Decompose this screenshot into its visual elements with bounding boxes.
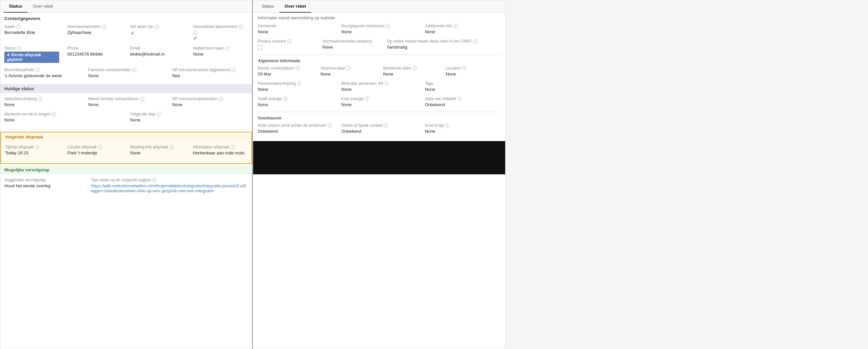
naam-field: Naam i Bernadette Blok (4, 24, 59, 41)
beschikbaarheid-field: Beschikbaarheid i 's Avonds gedurende de… (4, 67, 80, 78)
meeting-link-info-icon[interactable]: i (169, 145, 174, 149)
beschikbaarheid-info-icon[interactable]: i (35, 68, 39, 72)
xr-communicatie-field: XR communicatiekanalen i None (172, 96, 248, 107)
information-value: Herkenbaar aan rode muts. (193, 150, 247, 155)
xr-communicatie-value: None (172, 102, 248, 107)
mate-van-label: Mate van initiatief i (425, 96, 500, 101)
tips-value[interactable]: https://wiki.extinctionrebellion.nl/nl/h… (91, 183, 248, 193)
inzet-in-info-icon[interactable]: i (445, 123, 450, 127)
eerste-contactdatum-info-icon[interactable]: i (296, 66, 300, 70)
location-value: None (446, 71, 501, 77)
mogelijke-row-1: Suggesties vervolgstap Houd het eerste o… (4, 178, 248, 193)
tab-status-left[interactable]: Status (4, 0, 28, 12)
doorgegeven-info-icon[interactable]: i (386, 24, 390, 28)
tijdstip-label: Tijdstip afspraak i (5, 145, 60, 149)
contactgegevens-section: Contactgegevens Naam i Bernadette Blok V… (0, 12, 252, 84)
tijdstip-info-icon[interactable]: i (35, 145, 39, 149)
online-fysiek-info-icon[interactable]: i (384, 123, 388, 127)
statusbeschrijving-label: Statusbeschrijving i (4, 96, 80, 101)
privacy-value (258, 45, 315, 50)
actie-voeren-value: Onbekend (258, 129, 333, 134)
manieren-label: Manieren om bij te dragen i (4, 112, 122, 116)
kost-energie-info-icon[interactable]: i (365, 96, 370, 101)
op-welke-info-icon[interactable]: i (473, 39, 477, 43)
contact-row-1: Naam i Bernadette Blok Voornaamwoorden i… (4, 24, 248, 41)
nieuwsbrief-field: Nieuwsbrief abonnement i i ✓ (193, 24, 248, 41)
voornaamwoorden-info-icon[interactable]: i (102, 25, 106, 29)
geeft-energie-info-icon[interactable]: i (283, 96, 288, 101)
tab-status-right[interactable]: Status (256, 0, 279, 12)
eerste-contactdatum-field: Eerste contactdatum i 03 Mar (258, 66, 313, 77)
right-tabs: Status Over rebel (253, 0, 505, 12)
additionele-value: None (425, 29, 500, 34)
volgende-stap-info-icon[interactable]: i (157, 112, 161, 116)
online-fysiek-label: Online of fysiek contact i (341, 123, 417, 128)
privacy-label: Privacy consent i (258, 39, 315, 43)
right-panel: Status Over rebel Informatie vanuit aanm… (253, 0, 505, 349)
manieren-info-icon[interactable]: i (52, 112, 56, 116)
right-row-4: Persoonsbeschrijving i None Motivatie aa… (258, 81, 500, 92)
status-label: Status i (4, 46, 59, 51)
gemeente-label: Gemeente (258, 24, 333, 28)
wil-aktief-info-icon[interactable]: i (155, 25, 159, 29)
tab-over-rebel-left[interactable]: Over rebel (28, 0, 59, 12)
right-row-3: Eerste contactdatum i 03 Mar Voorkeursta… (258, 66, 500, 77)
voornaamwoorden-anders-label: Voornaamwoorden (anders) (322, 39, 379, 43)
motivatie-field: Motivatie aansluiten XR i None (341, 81, 417, 92)
left-tabs: Status Over rebel (0, 0, 252, 12)
mattermost-info-icon[interactable]: i (226, 46, 230, 51)
huidige-status-section: Huidige status Statusbeschrijving i None… (0, 84, 252, 130)
actie-voeren-info-icon[interactable]: i (328, 123, 332, 127)
additionele-field: Additionele info i None (425, 24, 500, 34)
beheerste-talen-label: Beheerste talen i (383, 66, 438, 70)
volgende-afspraak-header: Volgende afspraak (1, 133, 251, 141)
status-info-icon[interactable]: i (17, 46, 21, 51)
statusbeschrijving-info-icon[interactable]: i (38, 97, 42, 101)
mogelijke-section: Mogelijke vervolgstap Suggesties vervolg… (0, 165, 252, 201)
information-info-icon[interactable]: i (230, 145, 235, 149)
tab-over-rebel-right[interactable]: Over rebel (279, 0, 311, 12)
nieuwsbrief-info-icon[interactable]: i (239, 25, 243, 29)
voorkeurstaal-info-icon[interactable]: i (346, 66, 350, 70)
mate-van-info-icon[interactable]: i (457, 96, 462, 101)
mattermost-field: Mattermost-naam i None (193, 46, 248, 63)
xr-intro-info-icon[interactable]: i (231, 68, 236, 72)
beschikbaarheid-label: Beschikbaarheid i (4, 67, 80, 72)
divider-1 (258, 55, 500, 55)
voornaamwoorden-label: Voornaamwoorden i (67, 24, 122, 29)
voorkeurstaal-value: None (320, 71, 375, 77)
mogelijke-content: Suggesties vervolgstap Houd het eerste o… (0, 174, 252, 201)
additionele-info-icon[interactable]: i (454, 24, 458, 28)
motivatie-info-icon[interactable]: i (384, 81, 389, 86)
motivatie-value: None (341, 87, 417, 92)
mate-van-value: Onbekend (425, 102, 500, 107)
beheerste-talen-info-icon[interactable]: i (412, 66, 417, 70)
actie-voeren-label: Actie voeren en/of achter de schermen i (258, 123, 333, 128)
wil-aktief-field: Wil aktief zijn i ✓ (130, 24, 185, 41)
persoonsbeschrijving-info-icon[interactable]: i (297, 81, 301, 86)
nieuwsbrief-sub-icon: i (193, 31, 197, 35)
doorgegeven-field: Doorgegeven interesses i None (341, 24, 417, 34)
tips-field: Tips staan op de volgende pagina i https… (91, 178, 248, 193)
contact-row-3: Beschikbaarheid i 's Avonds gedurende de… (4, 67, 248, 78)
tips-info-icon[interactable]: i (152, 178, 156, 182)
manieren-value: None (4, 117, 122, 122)
meest-recente-info-icon[interactable]: i (140, 97, 144, 101)
left-panel: Status Over rebel Contactgegevens Naam i… (0, 0, 253, 349)
inzet-in-value: None (425, 129, 500, 134)
tags-value: None (425, 87, 500, 92)
privacy-checkbox[interactable] (258, 45, 262, 50)
contactgegevens-title: Contactgegevens (4, 16, 248, 21)
mogelijke-header: Mogelijke vervolgstap (0, 165, 252, 174)
op-welke-field: Op welke manier kwam deze rebel in het C… (387, 39, 500, 50)
persoonsbeschrijving-field: Persoonsbeschrijving i None (258, 81, 333, 92)
privacy-info-icon[interactable]: i (287, 39, 292, 43)
naam-info-icon[interactable]: i (16, 25, 21, 29)
right-row-5: Geeft energie i None Kost energie i None… (258, 96, 500, 107)
xr-communicatie-info-icon[interactable]: i (219, 97, 223, 101)
tags-label: Tags (425, 81, 500, 86)
locatie-info-icon[interactable]: i (98, 145, 102, 149)
favoriete-info-icon[interactable]: i (132, 68, 136, 72)
location-field: Location i None (446, 66, 501, 77)
location-info-icon[interactable]: i (462, 66, 467, 70)
